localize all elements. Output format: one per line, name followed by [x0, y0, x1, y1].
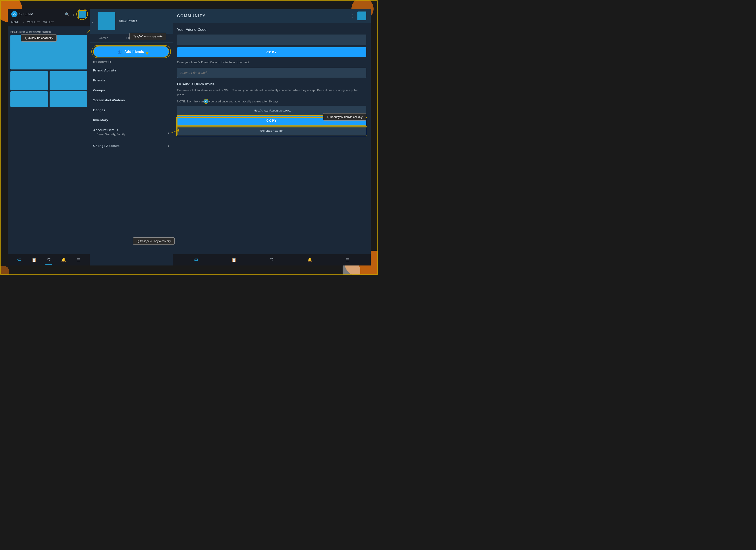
tooltip-2: 2) «Добавить друзей»	[129, 33, 166, 40]
menu-item-screenshots[interactable]: Screenshots/Videos	[90, 95, 173, 105]
more-options-button[interactable]: ⋮	[72, 12, 75, 16]
community-panel: COMMUNITY ⋮ Your Friend Code COPY Enter …	[173, 9, 371, 266]
community-avatar	[357, 12, 366, 20]
profile-header: ‹ View Profile	[90, 9, 173, 34]
menu-item-inventory[interactable]: Inventory	[90, 115, 173, 125]
steam-icon: ⚙	[11, 11, 17, 17]
chevron-right-icon: ›	[168, 131, 169, 135]
tab-games[interactable]: Games	[90, 34, 117, 42]
friend-code-box	[177, 35, 366, 45]
footer-menu-icon[interactable]: ☰	[77, 258, 80, 263]
tooltip-1: 1) Жмем на аватарку	[21, 34, 57, 42]
footer-list-icon[interactable]: 📋	[32, 258, 37, 263]
game-thumb-4[interactable]	[50, 91, 87, 107]
community-footer-menu-icon[interactable]: ☰	[346, 258, 349, 263]
steam-logo: ⚙ STEAM	[11, 11, 34, 17]
friend-code-title: Your Friend Code	[177, 27, 366, 32]
my-content-label: MY CONTENT	[90, 61, 173, 65]
tooltip-3: 3) Создаем новую ссылку	[133, 238, 175, 245]
header-icons: 🔍 ⋮	[65, 10, 86, 18]
check-circle-annotation: ✓	[204, 99, 208, 104]
quick-invite-title: Or send a Quick Invite	[177, 82, 366, 86]
menu-item-change-account[interactable]: Change Account ›	[90, 141, 173, 151]
menu-item-friends[interactable]: Friends	[90, 75, 173, 85]
store-nav: MENU ▾ WISHLIST WALLET	[8, 19, 90, 26]
chevron-right-icon-2: ›	[168, 144, 169, 148]
community-title: COMMUNITY	[177, 14, 206, 18]
content-menu: Friend Activity Friends Groups Screensho…	[90, 65, 173, 151]
community-footer: 🏷 📋 🛡 🔔 ☰	[173, 254, 371, 266]
avatar[interactable]	[78, 10, 86, 18]
community-body: Your Friend Code COPY Enter your friend'…	[173, 23, 371, 140]
friend-code-hint: Enter your friend's Friend Code to invit…	[177, 60, 366, 65]
generate-link-button[interactable]: Generate new link	[177, 126, 366, 135]
friend-code-input[interactable]	[177, 68, 366, 78]
community-footer-list-icon[interactable]: 📋	[231, 258, 236, 263]
copy-button-1[interactable]: COPY	[177, 47, 366, 57]
community-footer-tag-icon[interactable]: 🏷	[194, 258, 198, 262]
add-friends-button[interactable]: 👥 Add friends	[93, 46, 169, 57]
back-button[interactable]: ‹	[91, 19, 93, 24]
game-thumb-2[interactable]	[50, 71, 87, 90]
community-header-right: ⋮	[351, 12, 366, 20]
community-footer-shield-icon[interactable]: 🛡	[270, 258, 274, 262]
add-friends-label: Add friends	[124, 50, 144, 54]
community-footer-bell-icon[interactable]: 🔔	[307, 258, 312, 263]
menu-item-friend-activity[interactable]: Friend Activity	[90, 65, 173, 75]
featured-label: FEATURED & RECOMMENDED	[10, 31, 87, 33]
game-thumb-3[interactable]	[10, 91, 48, 107]
store-panel: ⚙ STEAM 🔍 ⋮ MENU ▾ WISHLIST WALLET 1) Жм…	[8, 9, 90, 266]
footer-tag-icon[interactable]: 🏷	[17, 258, 21, 262]
profile-avatar	[98, 12, 115, 30]
nav-menu[interactable]: MENU	[11, 21, 19, 24]
game-thumb-row-2	[10, 90, 87, 107]
note-text: NOTE: Each link can only be used once an…	[177, 99, 366, 104]
steam-title: STEAM	[19, 12, 34, 16]
community-more-icon[interactable]: ⋮	[351, 14, 355, 18]
view-profile-button[interactable]: View Profile	[119, 19, 137, 23]
menu-item-badges[interactable]: Badges	[90, 105, 173, 115]
nav-wishlist[interactable]: WISHLIST	[27, 21, 40, 24]
quick-invite-desc: Generate a link to share via email or SM…	[177, 88, 366, 97]
menu-item-account[interactable]: Account Details Store, Security, Family …	[90, 125, 173, 141]
community-header: COMMUNITY ⋮	[173, 9, 371, 23]
note-content: NOTE: Each link can only be used once an…	[177, 100, 279, 103]
nav-wallet[interactable]: WALLET	[43, 21, 54, 24]
menu-item-groups[interactable]: Groups	[90, 85, 173, 95]
tooltip-4: 4) Копируем новую ссылку	[323, 113, 366, 121]
game-thumb-row	[10, 71, 87, 90]
footer-bell-icon[interactable]: 🔔	[61, 258, 66, 263]
footer-shield-icon[interactable]: 🛡	[47, 258, 51, 262]
game-thumb-1[interactable]	[10, 71, 48, 90]
search-button[interactable]: 🔍	[65, 12, 69, 16]
add-friends-icon: 👥	[118, 50, 123, 54]
store-footer: 🏷 📋 🛡 🔔 ☰	[8, 254, 90, 266]
store-header: ⚙ STEAM 🔍 ⋮	[8, 9, 90, 19]
profile-panel: ‹ View Profile 2) «Добавить друзей» Game…	[90, 9, 173, 266]
